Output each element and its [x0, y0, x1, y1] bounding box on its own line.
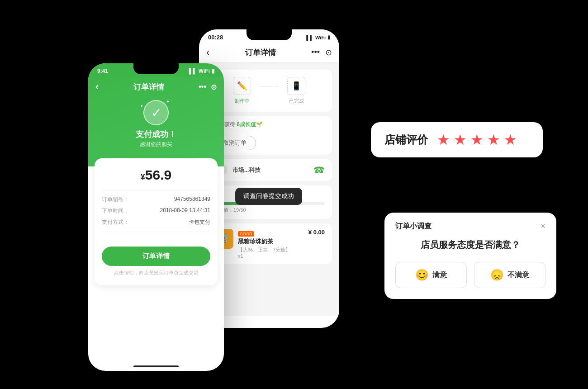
star-1[interactable]: ★ — [437, 131, 450, 148]
star-4[interactable]: ★ — [487, 131, 500, 148]
notch-front — [133, 63, 179, 74]
btn-hint: 点击按钮，向店员出示订单页完成交易 — [102, 270, 210, 276]
shop-info: 吾 市场...科技 ☎ — [206, 159, 332, 181]
phone-icon[interactable]: ☎ — [313, 165, 325, 176]
order-number-row: 订单编号： 947565861349 — [102, 196, 210, 204]
points-value: 6成长值🌱 — [237, 121, 263, 128]
back-icon-front[interactable]: ‹ — [95, 81, 99, 93]
item-tag: GOOD — [238, 231, 254, 237]
payment-row: 支付方式： 卡包支付 — [102, 218, 210, 226]
back-icon-back[interactable]: ‹ — [206, 47, 209, 58]
sparkle-2: ✦ — [140, 104, 143, 109]
step-line — [260, 86, 278, 87]
nav-title-front: 订单详情 — [133, 82, 164, 92]
star-5[interactable]: ★ — [504, 131, 517, 148]
status-icons-front: ▌▌ WiFi ▮ — [189, 68, 215, 74]
target-icon-back[interactable]: ⊙ — [325, 47, 332, 57]
step-label-done: 已完成 — [289, 98, 304, 104]
step-label-making: 制作中 — [235, 98, 250, 104]
item-name: 黑糖珍珠奶茶 — [238, 237, 304, 246]
satisfied-icon: 😊 — [415, 269, 429, 281]
home-indicator — [133, 365, 179, 367]
unsatisfied-icon: 😞 — [490, 269, 504, 281]
nav-icons-back: ••• ⊙ — [311, 47, 332, 57]
survey-modal: 订单小调查 × 店员服务态度是否满意？ 😊 满意 😞 不满意 — [384, 213, 556, 299]
star-3[interactable]: ★ — [470, 131, 484, 148]
stars-container[interactable]: ★ ★ ★ ★ ★ — [437, 131, 517, 148]
check-circle: ✓ ✦ ✦ — [143, 100, 169, 125]
item-card: 🧋 GOOD 黑糖珍珠奶茶 【大杯、正常、7分糖】 x1 ¥ 0.00 — [206, 223, 332, 264]
progress-text: 成长值：19/50 — [213, 207, 325, 213]
success-subtitle: 感谢您的购买 — [140, 141, 172, 148]
close-icon[interactable]: × — [541, 222, 545, 231]
step-making: ✏️ 制作中 — [233, 77, 251, 104]
order-time-label: 下单时间： — [102, 207, 129, 215]
unsatisfied-label: 不满意 — [507, 270, 529, 280]
time-front: 9:41 — [97, 68, 108, 74]
step-icon-done: 📱 — [287, 77, 305, 95]
target-icon-front[interactable]: ⊙ — [211, 83, 217, 91]
order-steps: ✏️ 制作中 📱 已完成 — [206, 70, 332, 112]
option-satisfied[interactable]: 😊 满意 — [395, 262, 467, 288]
payment-value: 卡包支付 — [189, 218, 210, 226]
sparkle-1: ✦ — [166, 99, 170, 104]
item-desc: 【大杯、正常、7分糖】 — [238, 247, 304, 253]
phone-front: 9:41 ▌▌ WiFi ▮ ‹ 订单详情 ••• ⊙ ✓ ✦ ✦ 支付成功！ … — [88, 63, 224, 371]
payment-label: 支付方式： — [102, 218, 129, 226]
tooltip-bubble: 调查问卷提交成功 — [235, 188, 302, 205]
detail-button[interactable]: 订单详情 — [102, 247, 210, 266]
nav-title-back: 订单详情 — [245, 47, 276, 58]
rating-card: 店铺评价 ★ ★ ★ ★ ★ — [371, 122, 543, 157]
status-icons-back: ▌▌ WiFi ▮ — [306, 34, 330, 40]
green-nav: ‹ 订单详情 ••• ⊙ — [95, 81, 217, 93]
survey-title: 订单小调查 — [395, 222, 432, 231]
tooltip-text: 调查问卷提交成功 — [243, 192, 294, 199]
success-title: 支付成功！ — [136, 129, 176, 140]
more-icon-front[interactable]: ••• — [199, 83, 206, 91]
order-number-label: 订单编号： — [102, 196, 129, 204]
nav-bar-back: ‹ 订单详情 ••• ⊙ — [199, 43, 339, 62]
order-time-value: 2018-08-09 13:44:31 — [160, 207, 210, 215]
item-info: GOOD 黑糖珍珠奶茶 【大杯、正常、7分糖】 x1 — [238, 229, 304, 259]
time-back: 00:28 — [208, 34, 223, 41]
divider-2 — [102, 232, 210, 232]
satisfied-label: 满意 — [432, 270, 447, 280]
more-icon-back[interactable]: ••• — [311, 47, 320, 57]
green-header: ‹ 订单详情 ••• ⊙ ✓ ✦ ✦ 支付成功！ 感谢您的购买 — [88, 76, 224, 166]
nav-icons-front: ••• ⊙ — [199, 83, 217, 91]
currency-symbol: ¥ — [141, 172, 145, 181]
order-number-value: 947565861349 — [174, 196, 210, 204]
survey-header: 订单小调查 × — [395, 222, 545, 231]
order-card: ¥56.9 订单编号： 947565861349 下单时间： 2018-08-0… — [95, 158, 218, 285]
success-badge: ✓ ✦ ✦ 支付成功！ 感谢您的购买 — [95, 93, 217, 153]
star-2[interactable]: ★ — [454, 131, 467, 148]
survey-options: 😊 满意 😞 不满意 — [395, 262, 545, 288]
points-bar: 本单获得 6成长值🌱 取消订单 — [206, 116, 332, 155]
order-amount: ¥56.9 — [102, 167, 210, 183]
step-icon-making: ✏️ — [233, 77, 251, 95]
item-price: ¥ 0.00 — [308, 229, 325, 236]
item-qty: x1 — [238, 253, 304, 259]
rating-label: 店铺评价 — [384, 133, 428, 147]
divider-1 — [102, 190, 210, 190]
option-unsatisfied[interactable]: 😞 不满意 — [474, 262, 545, 288]
survey-question: 店员服务态度是否满意？ — [395, 238, 545, 251]
order-time-row: 下单时间： 2018-08-09 13:44:31 — [102, 207, 210, 215]
step-done: 📱 已完成 — [287, 77, 305, 104]
